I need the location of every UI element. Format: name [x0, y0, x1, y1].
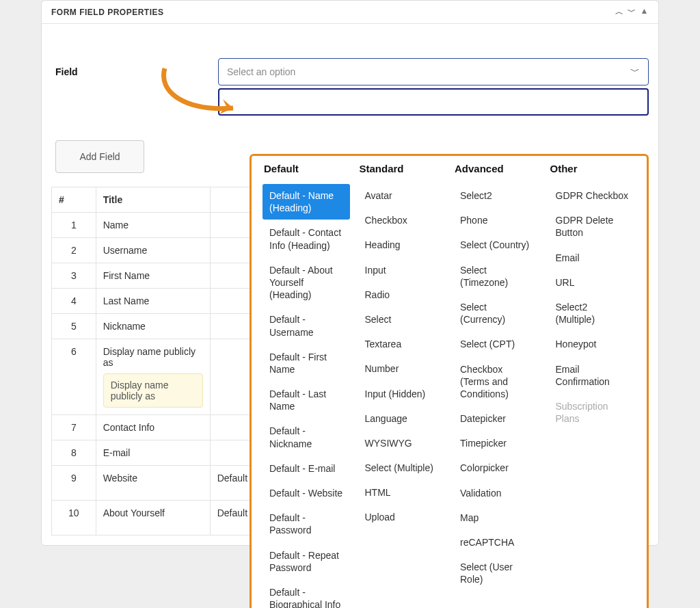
- row-number: 3: [52, 263, 96, 289]
- dropdown-option[interactable]: Default - Password: [262, 506, 350, 542]
- dropdown-option[interactable]: Default - E-mail: [262, 457, 350, 480]
- row-note: Display name publicly as: [103, 373, 203, 408]
- row-number: 10: [52, 501, 96, 536]
- dropdown-option[interactable]: Default - Username: [262, 308, 350, 343]
- row-title: Contact Info: [96, 415, 210, 440]
- chevron-up-icon[interactable]: ︿: [615, 6, 624, 18]
- dropdown-option[interactable]: Default - Biographical Info: [262, 581, 350, 608]
- dropdown-option[interactable]: Default - Repeat Password: [262, 544, 350, 579]
- dropdown-option[interactable]: Default - About Yourself (Heading): [262, 259, 350, 307]
- dropdown-option[interactable]: Default - Website: [262, 481, 350, 505]
- col-title: Title: [96, 187, 210, 213]
- dropdown-option[interactable]: Number: [358, 357, 446, 380]
- dropdown-group-heading: Standard: [358, 163, 446, 174]
- panel-header: FORM FIELD PROPERTIES ︿ ﹀ ▲: [42, 1, 658, 24]
- dropdown-group-heading: Other: [549, 163, 636, 174]
- dropdown-option[interactable]: Default - Nickname: [262, 419, 350, 455]
- row-title: Username: [96, 238, 210, 263]
- dropdown-option[interactable]: Default - Contact Info (Heading): [262, 221, 350, 256]
- dropdown-option[interactable]: Default - Name (Heading): [262, 184, 350, 220]
- panel-title: FORM FIELD PROPERTIES: [51, 8, 164, 17]
- dropdown-option[interactable]: Select (Currency): [453, 295, 541, 331]
- dropdown-option[interactable]: Heading: [358, 233, 446, 256]
- dropdown-option[interactable]: Email Confirmation: [549, 358, 636, 393]
- dropdown-option[interactable]: GDPR Delete Button: [549, 209, 636, 244]
- row-title: Last Name: [96, 289, 210, 314]
- row-number: 1: [52, 213, 96, 238]
- field-select-dropdown: DefaultDefault - Name (Heading)Default -…: [250, 154, 649, 608]
- select-placeholder: Select an option: [227, 66, 295, 77]
- dropdown-option[interactable]: reCAPTCHA: [453, 531, 541, 554]
- dropdown-option[interactable]: Email: [549, 246, 636, 269]
- dropdown-option[interactable]: Datepicker: [453, 407, 541, 430]
- dropdown-option: Subscription Plans: [549, 395, 636, 430]
- dropdown-option[interactable]: Radio: [358, 283, 446, 306]
- dropdown-option[interactable]: Upload: [358, 505, 446, 529]
- dropdown-option[interactable]: WYSIWYG: [358, 432, 446, 455]
- row-number: 6: [52, 339, 96, 415]
- dropdown-option[interactable]: Validation: [453, 481, 541, 505]
- chevron-down-icon: ﹀: [630, 66, 640, 78]
- dropdown-option[interactable]: HTML: [358, 481, 446, 504]
- dropdown-option[interactable]: Select (Country): [453, 233, 541, 256]
- dropdown-option[interactable]: GDPR Checkbox: [549, 184, 636, 207]
- dropdown-option[interactable]: Timepicker: [453, 432, 541, 455]
- dropdown-option[interactable]: Checkbox (Terms and Conditions): [453, 358, 541, 406]
- dropdown-group-heading: Default: [262, 163, 350, 174]
- row-title: About Yourself: [96, 501, 210, 536]
- dropdown-group-heading: Advanced: [453, 163, 541, 174]
- dropdown-option[interactable]: Select2 (Multiple): [549, 295, 636, 331]
- dropdown-option[interactable]: Honeypot: [549, 332, 636, 356]
- field-label: Field: [51, 66, 202, 77]
- row-title: First Name: [96, 263, 210, 289]
- row-number: 9: [52, 466, 96, 501]
- row-title: E-mail: [96, 440, 210, 466]
- dropdown-option[interactable]: Input: [358, 259, 446, 282]
- dropdown-option[interactable]: Textarea: [358, 332, 446, 356]
- row-number: 7: [52, 415, 96, 440]
- dropdown-option[interactable]: URL: [549, 271, 636, 294]
- row-number: 8: [52, 440, 96, 466]
- dropdown-option[interactable]: Default - Last Name: [262, 382, 350, 418]
- dropdown-option[interactable]: Language: [358, 407, 446, 430]
- dropdown-option[interactable]: Phone: [453, 209, 541, 232]
- dropdown-option[interactable]: Colorpicker: [453, 456, 541, 479]
- row-title: Display name publicly asDisplay name pub…: [96, 339, 210, 415]
- row-title: Website: [96, 466, 210, 501]
- dropdown-option[interactable]: Select: [358, 308, 446, 331]
- dropdown-option[interactable]: Select (CPT): [453, 332, 541, 356]
- dropdown-option[interactable]: Select (Timezone): [453, 259, 541, 294]
- dropdown-option[interactable]: Default - First Name: [262, 345, 350, 381]
- row-number: 2: [52, 238, 96, 263]
- dropdown-option[interactable]: Input (Hidden): [358, 382, 446, 406]
- add-field-button[interactable]: Add Field: [55, 140, 144, 173]
- dropdown-option[interactable]: Select2: [453, 184, 541, 207]
- triangle-up-icon[interactable]: ▲: [641, 6, 649, 18]
- row-title: Nickname: [96, 314, 210, 339]
- row-number: 5: [52, 314, 96, 339]
- dropdown-search-input[interactable]: [218, 88, 649, 116]
- dropdown-option[interactable]: Avatar: [358, 184, 446, 207]
- dropdown-option[interactable]: Select (Multiple): [358, 456, 446, 479]
- dropdown-option[interactable]: Select (User Role): [453, 555, 541, 591]
- col-number: #: [52, 187, 96, 213]
- field-select[interactable]: Select an option ﹀: [218, 58, 649, 85]
- row-title: Name: [96, 213, 210, 238]
- row-number: 4: [52, 289, 96, 314]
- chevron-down-icon[interactable]: ﹀: [628, 6, 636, 18]
- dropdown-option[interactable]: Map: [453, 506, 541, 529]
- dropdown-option[interactable]: Checkbox: [358, 209, 446, 232]
